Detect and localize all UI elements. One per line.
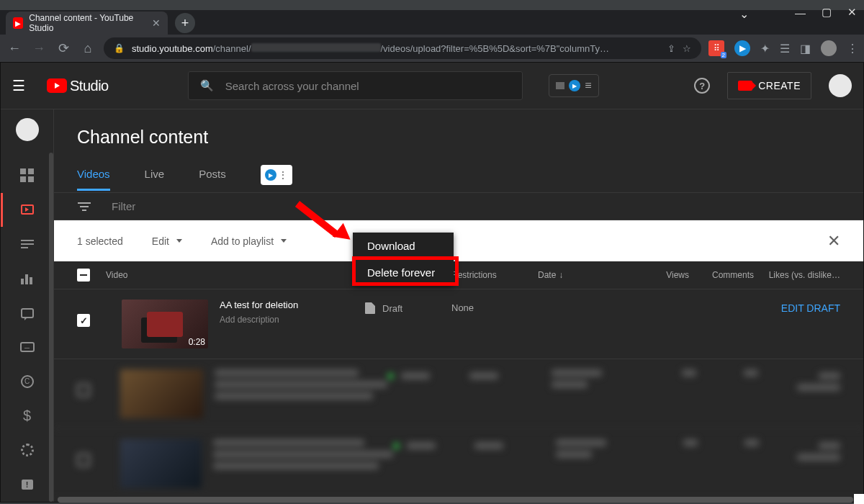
search-input[interactable]: 🔍 Search across your channel bbox=[188, 71, 523, 100]
minimize-button[interactable]: ― bbox=[795, 6, 806, 19]
close-tab-icon[interactable]: ✕ bbox=[152, 17, 161, 29]
restrictions-value: None bbox=[451, 302, 538, 313]
hamburger-menu-icon[interactable]: ☰ bbox=[12, 77, 32, 94]
menu-download[interactable]: Download bbox=[353, 233, 454, 259]
col-restrictions[interactable]: Restrictions bbox=[451, 270, 538, 280]
tab-title: Channel content - YouTube Studio bbox=[29, 13, 146, 33]
url-host: studio.youtube.com bbox=[132, 43, 213, 54]
channel-avatar[interactable] bbox=[16, 118, 39, 141]
tab-posts[interactable]: Posts bbox=[199, 168, 226, 190]
col-comments[interactable]: Comments bbox=[689, 270, 754, 280]
main-content: Channel content Videos Live Posts ▶ ⋮ Fi… bbox=[53, 109, 863, 502]
sidebar-monetization[interactable]: $ bbox=[1, 399, 53, 433]
bookmark-icon[interactable]: ☆ bbox=[683, 43, 691, 54]
col-views[interactable]: Views bbox=[631, 270, 689, 280]
table-row[interactable] bbox=[54, 429, 863, 499]
browser-toolbar: ← → ⟳ ⌂ 🔒 studio.youtube.com/channel//vi… bbox=[0, 35, 864, 62]
sidebar-copyright[interactable]: C bbox=[1, 364, 53, 399]
profile-avatar[interactable] bbox=[821, 40, 837, 56]
window-menu-chevron[interactable]: ⌄ bbox=[739, 7, 749, 21]
video-title[interactable]: AA test for deletion bbox=[220, 300, 365, 310]
forward-button[interactable]: → bbox=[30, 40, 48, 57]
account-avatar[interactable] bbox=[829, 74, 852, 97]
tab-extension-widget[interactable]: ▶ ⋮ bbox=[261, 165, 292, 185]
select-all-checkbox[interactable] bbox=[77, 269, 90, 282]
content-tabs: Videos Live Posts ▶ ⋮ bbox=[54, 148, 863, 193]
side-panel-icon[interactable]: ◨ bbox=[800, 42, 811, 55]
maximize-button[interactable]: ▢ bbox=[822, 6, 832, 19]
selection-toolbar: 1 selected Edit Add to playlist ✕ bbox=[54, 220, 863, 261]
reading-list-icon[interactable]: ☰ bbox=[780, 42, 790, 55]
browser-tab[interactable]: ▶ Channel content - YouTube Studio ✕ bbox=[6, 12, 168, 35]
studio-header: ☰ Studio 🔍 Search across your channel ▶ … bbox=[1, 63, 863, 109]
studio-logo[interactable]: Studio bbox=[47, 78, 109, 94]
video-thumbnail[interactable]: 0:28 bbox=[122, 300, 208, 348]
tab-live[interactable]: Live bbox=[145, 168, 165, 190]
search-placeholder: Search across your channel bbox=[225, 80, 359, 92]
logo-text: Studio bbox=[70, 78, 109, 94]
sidebar-playlists[interactable] bbox=[1, 227, 53, 261]
kebab-icon: ⋮ bbox=[278, 169, 288, 181]
col-video[interactable]: Video bbox=[106, 270, 365, 280]
share-icon[interactable]: ⇪ bbox=[667, 43, 675, 54]
play-circle-icon: ▶ bbox=[569, 80, 580, 91]
sidebar-subtitles[interactable]: — bbox=[1, 330, 53, 364]
table-row[interactable]: ✓ 0:28 AA test for deletion Add descript… bbox=[54, 289, 863, 359]
horizontal-scrollbar[interactable] bbox=[58, 497, 853, 503]
url-query: /videos/upload?filter=%5B%5D&sort=%7B"co… bbox=[381, 43, 610, 54]
extensions-icon[interactable]: ✦ bbox=[760, 42, 770, 55]
extension-icon-2[interactable]: ▶ bbox=[734, 40, 750, 56]
sidebar-analytics[interactable] bbox=[1, 261, 53, 296]
filter-input[interactable]: Filter bbox=[112, 200, 135, 212]
tab-videos[interactable]: Videos bbox=[77, 168, 110, 190]
url-path: /channel/ bbox=[213, 43, 251, 54]
col-date[interactable]: Date↓ bbox=[538, 270, 631, 280]
sidebar-feedback[interactable]: ! bbox=[1, 467, 53, 502]
lock-icon: 🔒 bbox=[114, 43, 125, 53]
sidebar: — C $ ! bbox=[1, 109, 53, 502]
filter-icon[interactable] bbox=[77, 202, 91, 211]
row-checkbox[interactable] bbox=[77, 454, 90, 467]
sidebar-settings[interactable] bbox=[1, 433, 53, 468]
table-row[interactable] bbox=[54, 359, 863, 429]
selection-count: 1 selected bbox=[77, 235, 123, 247]
edit-draft-link[interactable]: EDIT DRAFT bbox=[754, 302, 840, 314]
chevron-down-icon bbox=[176, 239, 182, 243]
help-icon[interactable]: ? bbox=[694, 78, 710, 94]
home-button[interactable]: ⌂ bbox=[79, 40, 96, 57]
play-circle-icon: ▶ bbox=[265, 169, 276, 181]
more-actions-menu: Download Delete forever bbox=[353, 233, 454, 286]
browser-menu-icon[interactable]: ⋮ bbox=[847, 42, 858, 55]
sidebar-comments[interactable] bbox=[1, 296, 53, 330]
youtube-favicon: ▶ bbox=[13, 17, 23, 29]
close-window-button[interactable]: ✕ bbox=[847, 6, 857, 19]
resize-corner[interactable] bbox=[854, 494, 864, 504]
sidebar-dashboard[interactable] bbox=[1, 158, 53, 193]
add-to-playlist-dropdown[interactable]: Add to playlist bbox=[211, 235, 287, 247]
menu-lines-icon: ≡ bbox=[585, 79, 591, 92]
row-checkbox[interactable]: ✓ bbox=[77, 314, 90, 327]
sidebar-content[interactable] bbox=[1, 193, 53, 228]
video-thumbnail[interactable] bbox=[120, 439, 202, 488]
new-tab-button[interactable]: + bbox=[175, 13, 195, 33]
reload-button[interactable]: ⟳ bbox=[55, 40, 72, 57]
table-header: Video Visibility Restrictions Date↓ View… bbox=[54, 261, 863, 289]
extension-icon-1[interactable]: ⠿2 bbox=[708, 40, 724, 56]
close-selection-icon[interactable]: ✕ bbox=[827, 232, 840, 251]
menu-delete-forever[interactable]: Delete forever bbox=[353, 259, 454, 286]
video-duration: 0:28 bbox=[189, 337, 205, 347]
back-button[interactable]: ← bbox=[6, 40, 23, 57]
page-title: Channel content bbox=[54, 109, 863, 148]
draft-icon bbox=[365, 302, 375, 314]
video-thumbnail[interactable] bbox=[120, 369, 202, 418]
address-bar[interactable]: 🔒 studio.youtube.com/channel//videos/upl… bbox=[104, 37, 701, 59]
edit-dropdown[interactable]: Edit bbox=[152, 235, 182, 247]
visibility-value: Draft bbox=[382, 303, 402, 314]
row-checkbox[interactable] bbox=[77, 384, 90, 397]
header-extension-widget[interactable]: ▶ ≡ bbox=[549, 74, 599, 97]
youtube-icon bbox=[47, 78, 67, 93]
col-likes[interactable]: Likes (vs. dislike… bbox=[754, 270, 840, 280]
video-description[interactable]: Add description bbox=[220, 315, 365, 325]
chevron-down-icon bbox=[281, 239, 287, 243]
create-button[interactable]: CREATE bbox=[727, 72, 811, 99]
